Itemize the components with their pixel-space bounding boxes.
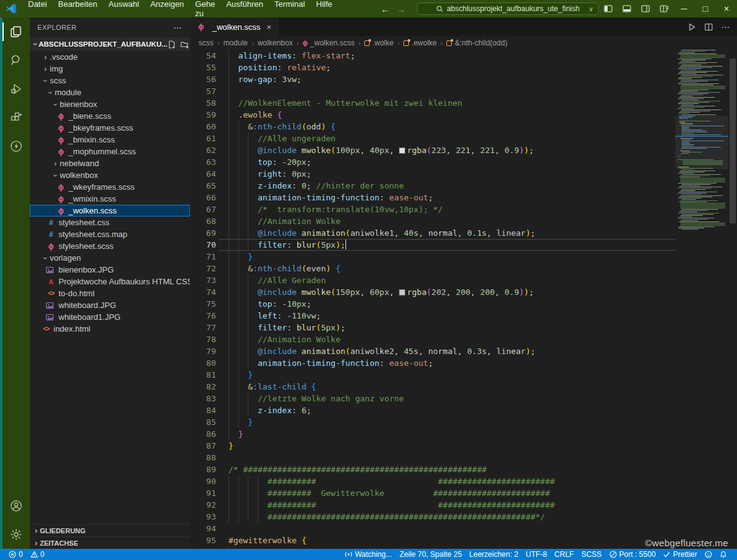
code-line[interactable]: 77filter: blur(5px); xyxy=(190,322,675,334)
settings-gear-icon[interactable] xyxy=(2,520,30,549)
tree-file--wolken-scss[interactable]: ϕ_wolken.scss xyxy=(30,205,190,217)
status-port-slash[interactable]: Port : 5500 xyxy=(606,549,660,560)
breadcrumb-item[interactable]: wolkenbox xyxy=(258,39,293,47)
tree-folder-module[interactable]: ›module xyxy=(30,86,190,98)
tree-file-stylesheet-scss[interactable]: ϕstylesheet.scss xyxy=(30,240,190,252)
customize-layout-icon[interactable] xyxy=(655,0,674,17)
more-actions-icon[interactable]: ⋯ xyxy=(721,22,730,32)
code-line[interactable]: 56row-gap: 3vw; xyxy=(190,73,675,85)
tree-folder-scss[interactable]: ›scss xyxy=(30,75,190,86)
tab-wolken-scss[interactable]: ϕ _wolken.scss × xyxy=(190,17,278,36)
code-line[interactable]: 94 xyxy=(190,523,675,534)
code-editor[interactable]: 54align-items: flex-start;55position: re… xyxy=(190,50,675,549)
tree-folder-img[interactable]: ›img xyxy=(30,63,190,75)
maximize-button[interactable]: □ xyxy=(695,0,716,17)
status-check[interactable]: Prettier xyxy=(659,549,701,560)
code-line[interactable]: 74@include mwolke(150px, 60px, rgba(202,… xyxy=(190,286,675,298)
code-line[interactable]: 70filter: blur(5px); xyxy=(190,239,675,251)
tree-file-index-html[interactable]: <>index.html xyxy=(30,323,190,335)
toggle-panel-icon[interactable] xyxy=(617,0,636,17)
breadcrumb-item[interactable]: .wolke xyxy=(364,39,393,47)
code-line[interactable]: 91######### Gewitterwolke ##############… xyxy=(190,487,675,499)
code-line[interactable]: 63top: -20px; xyxy=(190,156,675,168)
code-line[interactable]: 79@include animation(aniwolke2, 45s, nor… xyxy=(190,345,675,357)
code-line[interactable]: 71} xyxy=(190,251,675,263)
code-line[interactable]: 90########## ######################## xyxy=(190,475,675,487)
code-line[interactable]: 80animation-timing-function: ease-out; xyxy=(190,357,675,369)
code-line[interactable]: 95#gewitterwolke { xyxy=(190,534,675,546)
status-warning-triangle[interactable]: 0 xyxy=(27,549,49,560)
code-line[interactable]: 92########## ######################## xyxy=(190,499,675,511)
code-line[interactable]: 81} xyxy=(190,369,675,381)
tree-file--mophummel-scss[interactable]: ϕ_mophummel.scss xyxy=(30,146,190,157)
code-line[interactable]: 72&:nth-child(even) { xyxy=(190,263,675,274)
status-scss[interactable]: SCSS xyxy=(578,549,606,560)
toggle-secondary-sidebar-icon[interactable] xyxy=(636,0,655,17)
status-utf-8[interactable]: UTF-8 xyxy=(522,549,551,560)
code-line[interactable]: 87} xyxy=(190,440,675,452)
code-line[interactable]: 60&:nth-child(odd) { xyxy=(190,121,675,133)
tree-file-bienenbox-jpg[interactable]: bienenbox.JPG xyxy=(30,264,190,276)
tree-folder-bienenbox[interactable]: ›bienenbox xyxy=(30,98,190,110)
run-debug-icon[interactable] xyxy=(2,75,30,103)
toggle-sidebar-icon[interactable] xyxy=(599,0,617,17)
breadcrumb-item[interactable]: scss xyxy=(199,39,214,47)
tree-file--bkeyframes-scss[interactable]: ϕ_bkeyframes.scss xyxy=(30,122,190,134)
status-watching[interactable]: Watching... xyxy=(341,549,396,560)
status-zeile-70-spalte-25[interactable]: Zeile 70, Spalte 25 xyxy=(396,549,466,560)
breadcrumb-item[interactable]: .ewolke xyxy=(403,39,437,47)
code-line[interactable]: 65z-index: 0; //hinter der sonne xyxy=(190,180,675,192)
code-line[interactable]: 55position: relative; xyxy=(190,62,675,73)
code-line[interactable]: 61//Alle ungeraden xyxy=(190,133,675,144)
code-line[interactable]: 84z-index: 6; xyxy=(190,404,675,416)
code-line[interactable]: 78//Animation Wolke xyxy=(190,334,675,345)
nav-forward-icon[interactable]: → xyxy=(397,4,406,14)
status-error-circle[interactable]: 0 xyxy=(5,549,27,560)
code-line[interactable]: 86} xyxy=(190,428,675,440)
code-line[interactable]: 59.ewolke { xyxy=(190,109,675,121)
project-root-row[interactable]: › ABSCHLUSSPROJEKT_AUFBAUKU... xyxy=(30,37,190,51)
tree-folder--vscode[interactable]: ›.vscode xyxy=(30,51,190,63)
tree-file--bmixin-scss[interactable]: ϕ_bmixin.scss xyxy=(30,134,190,146)
code-line[interactable]: 69@include animation(aniwolke1, 40s, nor… xyxy=(190,227,675,239)
code-line[interactable]: 75top: -10px; xyxy=(190,298,675,310)
code-line[interactable]: 83//letzte Wolke nach ganz vorne xyxy=(190,393,675,404)
command-center-search[interactable]: abschlussprojekt_aufbaukurs_ute_finish ∨ xyxy=(417,2,599,15)
tree-file--wkeyframes-scss[interactable]: ϕ_wkeyframes.scss xyxy=(30,181,190,193)
code-line[interactable]: 88 xyxy=(190,452,675,464)
breadcrumb-item[interactable]: &:nth-child(odd) xyxy=(446,39,507,47)
code-line[interactable]: 58//WolkenElement - Mutterwolke mit zwei… xyxy=(190,97,675,109)
code-line[interactable]: 67/* transform:translate(10vw,10px); */ xyxy=(190,203,675,215)
code-line[interactable]: 54align-items: flex-start; xyxy=(190,50,675,62)
run-button[interactable] xyxy=(688,23,696,31)
status-crlf[interactable]: CRLF xyxy=(551,549,578,560)
section-gliederung[interactable]: ›GLIEDERUNG xyxy=(30,524,190,536)
tree-file-whiteboard1-jpg[interactable]: whiteboard1.JPG xyxy=(30,311,190,323)
explorer-more-icon[interactable]: ⋯ xyxy=(174,22,182,32)
tree-file--wmixin-scss[interactable]: ϕ_wmixin.scss xyxy=(30,193,190,205)
status-feedback[interactable] xyxy=(701,549,716,560)
explorer-icon[interactable] xyxy=(2,17,30,46)
scrollbar-thumb[interactable] xyxy=(730,58,736,223)
code-line[interactable]: 82&:last-child { xyxy=(190,381,675,393)
status-bell[interactable] xyxy=(716,549,731,560)
status-leerzeichen-2[interactable]: Leerzeichen: 2 xyxy=(466,549,522,560)
close-button[interactable]: × xyxy=(716,0,737,17)
code-line[interactable]: 57 xyxy=(190,85,675,97)
chevron-down-icon[interactable]: ∨ xyxy=(589,6,593,12)
code-line[interactable]: 89/* ###################################… xyxy=(190,464,675,475)
minimap[interactable] xyxy=(675,50,728,549)
code-line[interactable]: 68//Animation Wolke xyxy=(190,215,675,227)
tree-folder-nebelwand[interactable]: ›nebelwand xyxy=(30,157,190,169)
tree-file-stylesheet-css-map[interactable]: #stylesheet.css.map xyxy=(30,228,190,240)
minimap-slider[interactable] xyxy=(675,116,728,169)
code-line[interactable]: 93######################################… xyxy=(190,511,675,523)
extensions-icon[interactable] xyxy=(2,103,30,132)
tab-close-icon[interactable]: × xyxy=(266,22,271,32)
code-line[interactable]: 62@include mwolke(100px, 40px, rgba(223,… xyxy=(190,144,675,156)
code-line[interactable]: 66animation-timing-function: ease-out; xyxy=(190,192,675,203)
search-icon[interactable] xyxy=(2,46,30,75)
code-line[interactable]: 85} xyxy=(190,416,675,428)
breadcrumb-item[interactable]: ϕ_wolken.scss xyxy=(303,39,355,47)
tree-file--biene-scss[interactable]: ϕ_biene.scss xyxy=(30,110,190,122)
